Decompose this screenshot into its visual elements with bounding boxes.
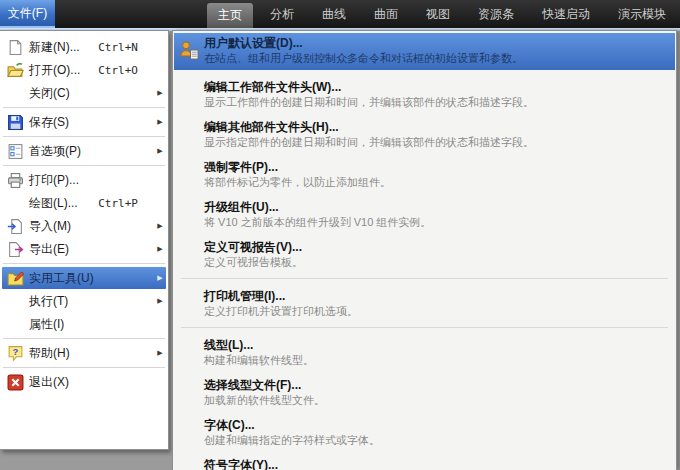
menu-separator — [3, 367, 165, 368]
submenu-item-description: 构建和编辑软件线型。 — [204, 353, 667, 367]
app-window: 文件(F) 主页分析曲线曲面视图资源条快速启动演示模块演示模块2 新建(N)..… — [0, 0, 680, 470]
submenu-item-description: 将 V10 之前版本的组件升级到 V10 组件实例。 — [204, 215, 667, 229]
submenu-item-title: 编辑其他部件文件头(H)... — [204, 120, 667, 135]
menu-item-properties[interactable]: 属性(I) — [2, 313, 166, 335]
menu-item-label: 新建(N)... — [29, 39, 98, 56]
submenu-item-title: 强制零件(P)... — [204, 160, 667, 175]
menu-separator — [3, 107, 165, 108]
submenu-item-define-visual-reports[interactable]: 定义可视报告(V)...定义可视报告模板。 — [174, 238, 675, 271]
import-icon — [2, 218, 29, 235]
submenu-item-description: 创建和编辑指定的字符样式或字体。 — [204, 433, 667, 447]
ribbon-tabs: 主页分析曲线曲面视图资源条快速启动演示模块演示模块2 — [207, 0, 680, 28]
menu-separator — [181, 278, 668, 279]
exit-icon — [2, 374, 29, 391]
menu-item-label: 退出(X) — [29, 374, 154, 391]
submenu-item-symbol-fonts[interactable]: 符号字体(Y)...将线条对象和/或文本组合为类似图标的符号。 — [174, 456, 675, 470]
menu-item-open[interactable]: 打开(O)...Ctrl+O — [2, 59, 166, 81]
submenu-item-description: 将部件标记为零件，以防止添加组件。 — [204, 175, 667, 189]
new-document-icon — [2, 39, 29, 56]
menu-item-print[interactable]: 打印(P)... — [2, 169, 166, 191]
submenu-item-title: 升级组件(U)... — [204, 200, 667, 215]
open-folder-icon — [2, 62, 29, 79]
menu-separator — [3, 165, 165, 166]
submenu-item-title: 定义可视报告(V)... — [204, 240, 667, 255]
submenu-item-user-defaults[interactable]: 用户默认设置(D)...在站点、组和用户级别控制众多命令和对话框的初始设置和参数… — [174, 33, 675, 70]
submenu-item-title: 符号字体(Y)... — [204, 458, 667, 470]
submenu-item-title: 打印机管理(I)... — [204, 289, 667, 304]
file-menu-button[interactable]: 文件(F) — [0, 0, 55, 28]
submenu-arrow-icon: ▶ — [154, 245, 166, 253]
submenu-arrow-icon: ▶ — [154, 274, 166, 282]
submenu-item-description: 定义打印机并设置打印机选项。 — [204, 304, 667, 318]
menu-item-label: 关闭(C) — [29, 85, 154, 102]
tab-analysis[interactable]: 分析 — [259, 0, 305, 28]
menu-item-new[interactable]: 新建(N)...Ctrl+N — [2, 36, 166, 58]
file-menu-panel: 新建(N)...Ctrl+N打开(O)...Ctrl+O关闭(C)▶保存(S)▶… — [0, 30, 169, 450]
submenu-item-edit-work-part-header[interactable]: 编辑工作部件文件头(W)...显示工作部件的创建日期和时间，并编辑该部件的状态和… — [174, 78, 675, 111]
menu-separator — [3, 136, 165, 137]
menu-item-label: 保存(S) — [29, 114, 154, 131]
menu-item-preferences[interactable]: 首选项(P)▶ — [2, 140, 166, 162]
menu-item-close[interactable]: 关闭(C)▶ — [2, 82, 166, 104]
submenu-arrow-icon: ▶ — [154, 297, 166, 305]
export-icon — [2, 241, 29, 258]
menu-item-label: 打开(O)... — [29, 62, 98, 79]
menu-item-import[interactable]: 导入(M)▶ — [2, 215, 166, 237]
submenu-arrow-icon: ▶ — [154, 118, 166, 126]
printer-icon — [2, 172, 29, 189]
user-defaults-icon — [178, 39, 200, 61]
submenu-item-select-line-font-file[interactable]: 选择线型文件(F)...加载新的软件线型文件。 — [174, 376, 675, 409]
help-icon: ? — [2, 345, 29, 362]
submenu-item-description: 显示指定部件的创建日期和时间，并编辑该部件的状态和描述字段。 — [204, 135, 667, 149]
utilities-folder-icon — [2, 270, 29, 287]
menu-item-shortcut: Ctrl+O — [98, 64, 138, 77]
submenu-arrow-icon: ▶ — [154, 349, 166, 357]
menu-item-exit[interactable]: 退出(X) — [2, 371, 166, 393]
menu-item-label: 帮助(H) — [29, 345, 154, 362]
tab-quick-start[interactable]: 快速启动 — [531, 0, 601, 28]
submenu-item-edit-other-part-header[interactable]: 编辑其他部件文件头(H)...显示指定部件的创建日期和时间，并编辑该部件的状态和… — [174, 118, 675, 151]
submenu-arrow-icon: ▶ — [154, 222, 166, 230]
preferences-icon — [2, 143, 29, 160]
tab-surface[interactable]: 曲面 — [363, 0, 409, 28]
menu-item-shortcut: Ctrl+N — [98, 41, 138, 54]
submenu-item-title: 编辑工作部件文件头(W)... — [204, 80, 667, 95]
submenu-item-title: 选择线型文件(F)... — [204, 378, 667, 393]
submenu-item-title: 字体(C)... — [204, 418, 667, 433]
submenu-item-title: 线型(L)... — [204, 338, 667, 353]
menu-item-label: 绘图(L)... — [29, 195, 98, 212]
menu-item-label: 执行(T) — [29, 293, 154, 310]
save-icon — [2, 114, 29, 131]
submenu-item-description: 定义可视报告模板。 — [204, 255, 667, 269]
submenu-item-upgrade-components[interactable]: 升级组件(U)...将 V10 之前版本的组件升级到 V10 组件实例。 — [174, 198, 675, 231]
ribbon-tab-bar: 文件(F) 主页分析曲线曲面视图资源条快速启动演示模块演示模块2 — [0, 0, 680, 28]
menu-separator — [3, 263, 165, 264]
svg-text:?: ? — [13, 345, 19, 356]
menu-item-label: 首选项(P) — [29, 143, 154, 160]
menu-item-label: 属性(I) — [29, 316, 154, 333]
menu-item-help[interactable]: ?帮助(H)▶ — [2, 342, 166, 364]
tab-curve[interactable]: 曲线 — [311, 0, 357, 28]
menu-item-label: 导出(E) — [29, 241, 154, 258]
menu-item-label: 导入(M) — [29, 218, 154, 235]
utilities-submenu-panel: 用户默认设置(D)...在站点、组和用户级别控制众多命令和对话框的初始设置和参数… — [172, 30, 677, 470]
menu-item-utilities[interactable]: 实用工具(U)▶ — [2, 267, 166, 289]
submenu-arrow-icon: ▶ — [154, 89, 166, 97]
menu-item-save[interactable]: 保存(S)▶ — [2, 111, 166, 133]
tab-home[interactable]: 主页 — [207, 3, 253, 28]
menu-item-label: 打印(P)... — [29, 172, 154, 189]
tab-resource-bar[interactable]: 资源条 — [467, 0, 525, 28]
submenu-item-description: 显示工作部件的创建日期和时间，并编辑该部件的状态和描述字段。 — [204, 95, 667, 109]
menu-separator — [3, 338, 165, 339]
submenu-item-fonts[interactable]: 字体(C)...创建和编辑指定的字符样式或字体。 — [174, 416, 675, 449]
menu-item-execute[interactable]: 执行(T)▶ — [2, 290, 166, 312]
submenu-item-enforce-piece-part[interactable]: 强制零件(P)...将部件标记为零件，以防止添加组件。 — [174, 158, 675, 191]
submenu-item-line-font[interactable]: 线型(L)...构建和编辑软件线型。 — [174, 336, 675, 369]
menu-separator — [181, 327, 668, 328]
menu-item-label: 实用工具(U) — [29, 270, 154, 287]
menu-item-export[interactable]: 导出(E)▶ — [2, 238, 166, 260]
tab-view[interactable]: 视图 — [415, 0, 461, 28]
tab-demo-module[interactable]: 演示模块 — [607, 0, 677, 28]
menu-item-plot[interactable]: 绘图(L)...Ctrl+P — [2, 192, 166, 214]
submenu-item-printer-administration[interactable]: 打印机管理(I)...定义打印机并设置打印机选项。 — [174, 287, 675, 320]
